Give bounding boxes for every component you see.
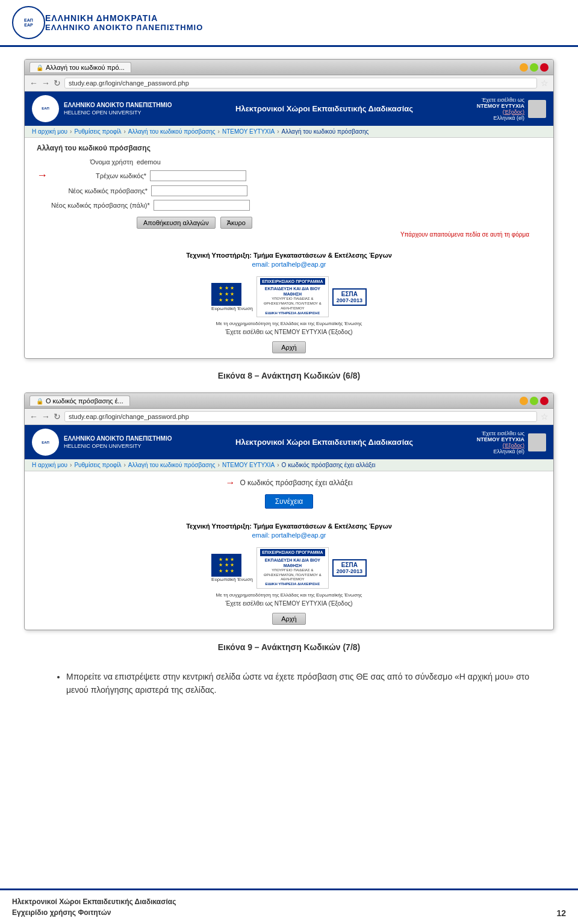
org-name-1: ΕΛΛΗΝΙΚΗ ΔΗΜΟΚΡΑΤΙΑ bbox=[45, 13, 203, 23]
close-button-2[interactable] bbox=[540, 397, 548, 405]
breadcrumb-change-pass-1[interactable]: Αλλαγή του κωδικού πρόσβασης bbox=[128, 128, 216, 135]
input-current-password[interactable] bbox=[150, 170, 246, 181]
espa-caption-2: Με τη συγχρηματοδότηση της Ελλάδας και τ… bbox=[25, 592, 553, 598]
success-content: → Ο κωδικός πρόσβασης έχει αλλάξει Συνέχ… bbox=[25, 471, 553, 518]
eu-label-1: Ευρωπαϊκή Ένωση bbox=[211, 306, 253, 311]
minimize-button-2[interactable] bbox=[520, 397, 528, 405]
site-header-right-2: Έχετε εισέλθει ως ΝΤΕΜΟΥ ΕΥΤΥΧΙΑ (Έξοδος… bbox=[477, 430, 546, 454]
refresh-button-2[interactable]: ↻ bbox=[54, 412, 61, 421]
back-button[interactable]: ← bbox=[30, 78, 38, 88]
save-button-1[interactable]: Αποθήκευση αλλαγών bbox=[137, 217, 216, 229]
form-content-1: Αλλαγή του κωδικού πρόσβασης Όνομα χρήστ… bbox=[25, 138, 553, 247]
breadcrumb-profile-2[interactable]: Ρυθμίσεις προφίλ bbox=[74, 462, 121, 468]
form-row-username: Όνομα χρήστη edemou bbox=[37, 158, 541, 166]
header-text: ΕΛΛΗΝΙΚΗ ΔΗΜΟΚΡΑΤΙΑ ΕΛΛΗΝΙΚΟ ΑΝΟΙΚΤΟ ΠΑΝ… bbox=[45, 13, 203, 32]
breadcrumb-change-pass-2[interactable]: Αλλαγή του κωδικού πρόσβασης bbox=[128, 462, 216, 468]
site-header-2: ΕΑΠ ΕΛΛΗΝΙΚΟ ΑΝΟΙΚΤΟ ΠΑΝΕΠΙΣΤΗΜΙΟ HELLEN… bbox=[25, 425, 553, 459]
url-bar-2[interactable]: study.eap.gr/login/change_password.php bbox=[64, 411, 537, 422]
browser-titlebar-1: 🔒 Αλλαγή του κωδικού πρό... bbox=[25, 60, 553, 75]
site-header-left-2: ΕΑΠ ΕΛΛΗΝΙΚΟ ΑΝΟΙΚΤΟ ΠΑΝΕΠΙΣΤΗΜΙΟ HELLEN… bbox=[32, 429, 172, 456]
site-title-2: Ηλεκτρονικοί Χώροι Εκπαιδευτικής Διαδικα… bbox=[172, 438, 476, 447]
site-name-1: ΕΛΛΗΝΙΚΟ ΑΝΟΙΚΤΟ ΠΑΝΕΠΙΣΤΗΜΙΟ HELLENIC O… bbox=[64, 101, 172, 116]
tab-label-2: Ο κωδικός πρόσβασης έ... bbox=[46, 397, 123, 405]
browser2-footer-text: Έχετε εισέλθει ως ΝΤΕΜΟΥ ΕΥΤΥΧΙΑ (Έξοδος… bbox=[25, 598, 553, 609]
maximize-button-2[interactable] bbox=[530, 397, 538, 405]
refresh-button[interactable]: ↻ bbox=[54, 78, 61, 88]
bullet-item-1: Μπορείτε να επιστρέψετε στην κεντρική σε… bbox=[66, 670, 530, 697]
site-name-2: ΕΛΛΗΝΙΚΟ ΑΝΟΙΚΤΟ ΠΑΝΕΠΙΣΤΗΜΙΟ HELLENIC O… bbox=[64, 435, 172, 450]
browser-tab-2[interactable]: 🔒 Ο κωδικός πρόσβασης έ... bbox=[30, 395, 130, 406]
footer-page-num: 12 bbox=[556, 908, 566, 918]
eu-flag-1: ★ ★ ★★ ★ ★★ ★ ★ bbox=[211, 283, 241, 306]
site-header-left-1: ΕΑΠ ΕΛΛΗΝΙΚΟ ΑΝΟΙΚΤΟ ΠΑΝΕΠΙΣΤΗΜΙΟ HELLEN… bbox=[32, 95, 172, 122]
browser-controls-2 bbox=[520, 397, 548, 405]
form-buttons-1: Αποθήκευση αλλαγών Άκυρο bbox=[137, 217, 541, 229]
browser-tab-1[interactable]: 🔒 Αλλαγή του κωδικού πρό... bbox=[30, 62, 131, 72]
espa-badge-1: ΕΣΠΑ 2007-2013 bbox=[332, 288, 367, 306]
page-footer: Ηλεκτρονικοί Χώροι Εκπαιδευτικής Διαδικα… bbox=[0, 888, 578, 924]
browser-addressbar-1: ← → ↻ study.eap.gr/login/change_password… bbox=[25, 75, 553, 91]
site-logo-2: ΕΑΠ bbox=[32, 429, 59, 456]
forward-button[interactable]: → bbox=[42, 78, 50, 88]
required-note-1: Υπάρχουν απαιτούμενα πεδία σε αυτή τη φό… bbox=[37, 231, 529, 238]
breadcrumb-profile-1[interactable]: Ρυθμίσεις προφίλ bbox=[74, 128, 121, 135]
minimize-button[interactable] bbox=[520, 63, 528, 72]
breadcrumb-home-2[interactable]: Η αρχική μου bbox=[32, 462, 67, 468]
logout-link-1[interactable]: (Έξοδος) bbox=[503, 109, 524, 115]
maximize-button[interactable] bbox=[530, 63, 538, 72]
continue-button[interactable]: Συνέχεια bbox=[265, 494, 314, 509]
tech-support-email-2: email: portalhelp@eap.gr bbox=[30, 532, 548, 539]
user-avatar-1 bbox=[528, 100, 546, 118]
tech-support-title-1: Τεχνική Υποστήριξη: Τμήμα Εγκαταστάσεων … bbox=[30, 252, 548, 259]
bookmark-icon[interactable]: ☆ bbox=[541, 78, 548, 88]
breadcrumb-1: Η αρχική μου › Ρυθμίσεις προφίλ › Αλλαγή… bbox=[25, 126, 553, 138]
espa-program-box-2: ΕΠΙΧΕΙΡΗΣΙΑΚΟ ΠΡΟΓΡΑΜΜΑ ΕΚΠΑΙΔΕΥΣΗ ΚΑΙ Δ… bbox=[256, 547, 329, 588]
back-button-2[interactable]: ← bbox=[30, 412, 38, 421]
espa-section-1: ★ ★ ★★ ★ ★★ ★ ★ Ευρωπαϊκή Ένωση ΕΠΙΧΕΙΡΗ… bbox=[25, 276, 553, 317]
espa-caption-1: Με τη συγχρηματοδότηση της Ελλάδας και τ… bbox=[25, 321, 553, 326]
site-header-1: ΕΑΠ ΕΛΛΗΝΙΚΟ ΑΝΟΙΚΤΟ ΠΑΝΕΠΙΣΤΗΜΙΟ HELLEN… bbox=[25, 91, 553, 126]
tech-support-email-1: email: portalhelp@eap.gr bbox=[30, 261, 548, 268]
footer-line1: Ηλεκτρονικοί Χώροι Εκπαιδευτικής Διαδικα… bbox=[12, 896, 176, 907]
close-button[interactable] bbox=[540, 63, 548, 72]
eap-logo: ΕΑΠEAP bbox=[12, 6, 45, 39]
arxi-button-1[interactable]: Αρχή bbox=[272, 341, 306, 353]
site-title-1: Ηλεκτρονικοί Χώροι Εκπαιδευτικής Διαδικα… bbox=[172, 104, 476, 113]
espa-badge-2: ΕΣΠΑ 2007-2013 bbox=[332, 559, 367, 577]
form-row-new: Νέος κωδικός πρόσβασης* bbox=[37, 185, 541, 196]
org-name-2: ΕΛΛΗΝΙΚΟ ΑΝΟΙΚΤΟ ΠΑΝΕΠΙΣΤΗΜΙΟ bbox=[45, 23, 203, 32]
url-bar-1[interactable]: study.eap.gr/login/change_password.php bbox=[64, 78, 537, 88]
label-username: Όνομα χρήστη bbox=[37, 158, 133, 166]
arrow-icon-2: → bbox=[225, 477, 235, 488]
page-icon: 🔒 bbox=[36, 64, 43, 71]
form-title-1: Αλλαγή του κωδικού πρόσβασης bbox=[37, 144, 541, 152]
breadcrumb-user-2[interactable]: ΝΤΕΜΟΥ ΕΥΤΥΧΙΑ bbox=[222, 462, 275, 468]
cancel-button-1[interactable]: Άκυρο bbox=[220, 217, 252, 229]
forward-button-2[interactable]: → bbox=[42, 412, 50, 421]
browser-titlebar-2: 🔒 Ο κωδικός πρόσβασης έ... bbox=[25, 393, 553, 409]
breadcrumb-2: Η αρχική μου › Ρυθμίσεις προφίλ › Αλλαγή… bbox=[25, 459, 553, 471]
input-new-password[interactable] bbox=[151, 185, 247, 196]
footer-left: Ηλεκτρονικοί Χώροι Εκπαιδευτικής Διαδικα… bbox=[12, 896, 176, 918]
eu-flag-2: ★ ★ ★★ ★ ★★ ★ ★ bbox=[211, 554, 241, 577]
main-content: 🔒 Αλλαγή του κωδικού πρό... ← → ↻ study.… bbox=[0, 47, 578, 715]
site-header-right-1: Έχετε εισέλθει ως ΝΤΕΜΟΥ ΕΥΤΥΧΙΑ (Έξοδος… bbox=[477, 97, 546, 121]
breadcrumb-user-1[interactable]: ΝΤΕΜΟΥ ΕΥΤΥΧΙΑ bbox=[222, 128, 275, 135]
breadcrumb-current-1: Αλλαγή του κωδικού πρόσβασης bbox=[282, 128, 369, 135]
arrow-icon-1: → bbox=[37, 169, 48, 182]
bullet-list: Μπορείτε να επιστρέψετε στην κεντρική σε… bbox=[48, 670, 530, 697]
tech-support-1: Τεχνική Υποστήριξη: Τμήμα Εγκαταστάσεων … bbox=[25, 247, 553, 273]
label-new-confirm: Νέος κωδικός πρόσβασης (πάλι)* bbox=[51, 202, 150, 209]
eu-label-2: Ευρωπαϊκή Ένωση bbox=[211, 577, 253, 582]
page-header: ΕΑΠEAP ΕΛΛΗΝΙΚΗ ΔΗΜΟΚΡΑΤΙΑ ΕΛΛΗΝΙΚΟ ΑΝΟΙ… bbox=[0, 0, 578, 47]
bookmark-icon-2[interactable]: ☆ bbox=[541, 412, 548, 421]
tech-support-2: Τεχνική Υποστήριξη: Τμήμα Εγκαταστάσεων … bbox=[25, 518, 553, 544]
breadcrumb-home-1[interactable]: Η αρχική μου bbox=[32, 128, 67, 135]
browser-addressbar-2: ← → ↻ study.eap.gr/login/change_password… bbox=[25, 409, 553, 425]
logout-link-2[interactable]: (Έξοδος) bbox=[503, 442, 524, 448]
label-new: Νέος κωδικός πρόσβασης* bbox=[51, 187, 148, 194]
input-confirm-password[interactable] bbox=[154, 200, 250, 211]
arxi-button-2[interactable]: Αρχή bbox=[272, 613, 306, 625]
caption-1: Εικόνα 8 – Ανάκτηση Κωδικών (6/8) bbox=[24, 371, 554, 380]
label-current: Τρέχων κωδικός* bbox=[50, 172, 146, 179]
